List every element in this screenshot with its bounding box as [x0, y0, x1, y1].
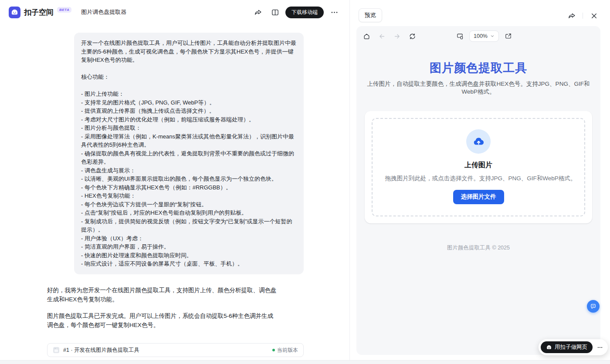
- page-subtitle: 上传图片，自动提取主要颜色，生成调色盘并获取HEX色号。支持JPG、PNG、GI…: [365, 80, 592, 95]
- tab-preview[interactable]: 预览: [359, 8, 382, 22]
- open-external-button[interactable]: [504, 31, 513, 41]
- coze-ghost-icon: [546, 344, 552, 351]
- feedback-chat-button[interactable]: [587, 300, 600, 313]
- bottom-strip: [0, 360, 610, 364]
- back-button[interactable]: [377, 31, 386, 41]
- split-view-icon: [271, 8, 279, 17]
- choose-file-button[interactable]: 选择图片文件: [453, 190, 504, 204]
- close-icon: [590, 12, 598, 20]
- chat-panel: 开发一个在线图片颜色提取工具，用户可以上传图片，工具能自动分析并提取图片中最主要…: [0, 24, 349, 364]
- zoom-value: 100%: [474, 33, 488, 39]
- share-icon: [254, 8, 262, 17]
- upload-card: 上传图片 拖拽图片到此处，或点击选择文件。支持JPG、PNG、GIF和WebP格…: [365, 111, 592, 223]
- made-with-coze-button[interactable]: 用扣子做网页: [541, 341, 593, 353]
- share-button[interactable]: [251, 6, 264, 19]
- page-footer: 图片颜色提取工具 © 2025: [356, 244, 600, 252]
- browser-toolbar: [362, 30, 417, 42]
- app-window: 扣子空间 BETA 图片调色盘提取器 下载移动端 开发一个在线图片颜色提取工具，…: [0, 0, 610, 364]
- badge-more-button[interactable]: [594, 341, 606, 353]
- preview-browser-frame: 100% 图片颜色提取工具 上传图片，自动提取主要颜色，生成调色盘并获取HEX色…: [356, 26, 600, 355]
- preview-share-button[interactable]: [565, 9, 578, 22]
- coze-logo-icon: [9, 7, 20, 18]
- upload-hint: 拖拽图片到此处，或点击选择文件。支持JPG、PNG、GIF和WebP格式。: [385, 174, 576, 183]
- chat-spacer: [47, 330, 304, 344]
- home-button[interactable]: [362, 31, 371, 41]
- app-header: 扣子空间 BETA 图片调色盘提取器 下载移动端: [0, 0, 349, 24]
- forward-button[interactable]: [392, 31, 402, 41]
- zoom-select[interactable]: 100%: [469, 30, 499, 42]
- version-bar[interactable]: #1 · 开发在线图片颜色提取工具 当前版本: [47, 343, 304, 357]
- split-view-button[interactable]: [268, 6, 281, 19]
- arrow-right-icon: [393, 33, 401, 40]
- more-icon: [330, 8, 339, 17]
- version-label: #1 · 开发在线图片颜色提取工具: [63, 347, 139, 354]
- preview-panel: 预览: [350, 0, 610, 364]
- download-mobile-button[interactable]: 下载移动端: [285, 7, 324, 18]
- chat-bubble-icon: [590, 303, 596, 310]
- version-status-text: 当前版本: [277, 347, 298, 354]
- made-with-coze-label: 用扣子做网页: [555, 344, 587, 351]
- cloud-circle: [466, 129, 491, 154]
- device-toggle-button[interactable]: [455, 31, 464, 41]
- refresh-icon: [409, 33, 416, 40]
- page-title: 图片颜色提取工具: [356, 60, 600, 76]
- version-thumbnail-icon: [53, 347, 60, 354]
- chevron-down-icon: [490, 34, 495, 38]
- responsive-device-icon: [456, 33, 464, 40]
- arrow-left-icon: [378, 33, 386, 40]
- assistant-paragraph: 好的，我将为您开发一个在线图片颜色提取工具，支持图片上传、颜色分析提取、调色盘生…: [47, 286, 277, 304]
- preview-close-button[interactable]: [587, 9, 600, 22]
- header-more-button[interactable]: [328, 6, 341, 19]
- browser-toolbar-right: 100%: [455, 30, 513, 42]
- brand-name: 扣子空间: [24, 7, 54, 18]
- open-external-icon: [505, 33, 512, 40]
- assistant-paragraph: 图片颜色提取工具已开发完成。用户可以上传图片，系统会自动提取5-6种主色调并生成…: [47, 311, 277, 330]
- preview-panel-actions: [565, 9, 600, 22]
- made-with-coze-badge: 用扣子做网页: [539, 339, 608, 355]
- header-actions: 下载移动端: [251, 6, 341, 19]
- more-icon: [597, 344, 603, 351]
- cloud-upload-icon: [473, 136, 485, 148]
- session-title: 图片调色盘提取器: [81, 8, 126, 16]
- preview-page: 图片颜色提取工具 上传图片，自动提取主要颜色，生成调色盘并获取HEX色号。支持J…: [356, 46, 600, 355]
- vertical-separator: [583, 13, 583, 19]
- upload-heading: 上传图片: [385, 161, 572, 170]
- refresh-button[interactable]: [407, 31, 417, 41]
- user-message-bubble: 开发一个在线图片颜色提取工具，用户可以上传图片，工具能自动分析并提取图片中最主要…: [74, 33, 304, 274]
- version-status: 当前版本: [272, 347, 298, 354]
- current-version-dot-icon: [272, 349, 275, 351]
- brand[interactable]: 扣子空间 BETA: [9, 7, 71, 18]
- share-icon: [568, 12, 576, 20]
- home-icon: [363, 33, 370, 40]
- assistant-message: 好的，我将为您开发一个在线图片颜色提取工具，支持图片上传、颜色分析提取、调色盘生…: [47, 286, 277, 330]
- upload-dropzone[interactable]: 上传图片 拖拽图片到此处，或点击选择文件。支持JPG、PNG、GIF和WebP格…: [372, 118, 585, 216]
- beta-badge: BETA: [57, 7, 71, 13]
